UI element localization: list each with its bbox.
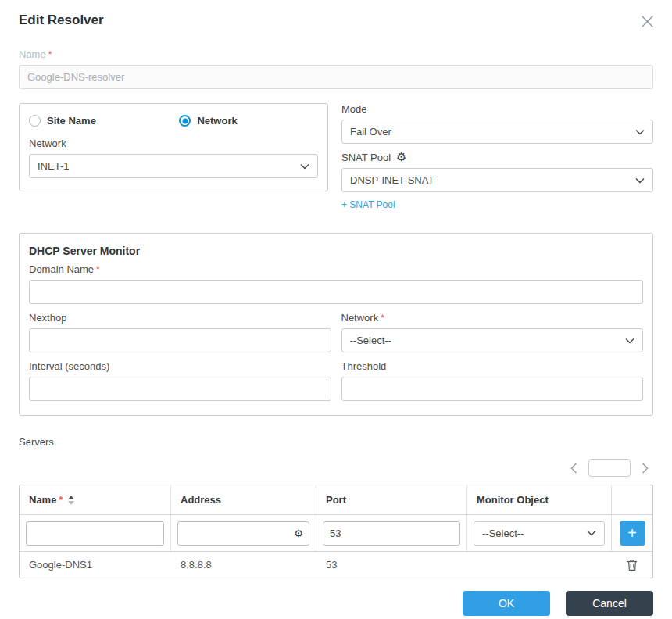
interval-input[interactable] [29,377,331,401]
edit-resolver-dialog: Edit Resolver Name* Site Name Network Ne… [0,0,672,616]
close-icon[interactable] [638,13,656,33]
chevron-down-icon [625,338,634,344]
nexthop-field: Nexthop [29,312,331,352]
ok-button[interactable]: OK [463,591,550,616]
add-server-button[interactable]: + [620,521,645,546]
snat-pool-label: SNAT Pool [341,152,391,163]
pager-page-input[interactable] [588,459,631,477]
filter-address-input[interactable] [177,521,309,546]
column-header-name[interactable]: Name* [20,485,171,514]
required-asterisk: * [48,49,52,60]
pager-next-icon[interactable] [637,461,653,475]
mode-select-value: Fail Over [350,126,391,138]
chevron-down-icon [635,129,645,135]
dhcp-server-monitor-panel: DHCP Server Monitor Domain Name* Nexthop… [19,233,653,416]
threshold-field: Threshold [341,360,644,401]
required-asterisk: * [381,313,384,324]
name-label: Name* [19,48,653,60]
chevron-down-icon [635,177,645,184]
table-header-row: Name* Address Port Monitor Object [20,485,652,515]
filter-cell-name [20,515,171,551]
add-snat-pool-link[interactable]: + SNAT Pool [341,199,395,210]
table-filter-row: ⚙ --Select-- + [20,515,652,552]
target-panel: Site Name Network Network INET-1 [19,103,328,191]
threshold-label: Threshold [341,360,644,372]
dhcp-panel-title: DHCP Server Monitor [29,245,643,257]
target-mode-row: Site Name Network Network INET-1 Mode Fa… [19,103,653,211]
mode-label: Mode [341,103,653,115]
server-port-cell: 53 [316,552,467,578]
dhcp-network-field: Network* --Select-- [341,312,644,352]
column-header-monitor-object: Monitor Object [467,485,612,514]
filter-cell-address: ⚙ [171,515,316,551]
snat-pool-label-row: SNAT Pool ⚙ [341,152,653,163]
interval-label: Interval (seconds) [29,360,331,372]
sort-icon[interactable] [68,496,74,505]
interval-field: Interval (seconds) [29,360,331,401]
filter-cell-monitor: --Select-- [467,515,612,551]
name-field: Name* [19,48,653,89]
column-header-name-text: Name [29,494,56,506]
snat-pool-select-value: DNSP-INET-SNAT [350,174,434,186]
network-radio-label: Network [197,115,237,127]
dhcp-fields-grid: Nexthop Network* --Select-- Interval (se… [29,304,643,401]
filter-cell-port [316,515,467,551]
servers-section-label: Servers [19,436,653,448]
mode-snat-column: Mode Fail Over SNAT Pool ⚙ DNSP-INET-SNA… [341,103,653,211]
site-name-radio-label: Site Name [47,115,96,127]
dhcp-network-select[interactable]: --Select-- [341,328,644,352]
gear-icon[interactable]: ⚙ [294,528,303,538]
nexthop-input[interactable] [29,328,331,352]
filter-monitor-select[interactable]: --Select-- [474,521,605,546]
dialog-header: Edit Resolver [19,13,653,33]
chevron-down-icon [300,163,309,170]
name-label-text: Name [19,48,46,60]
filter-cell-actions: + [612,515,652,551]
network-label: Network [29,138,318,149]
server-actions-cell [612,552,652,578]
dhcp-network-select-value: --Select-- [350,335,391,346]
filter-port-input[interactable] [323,521,460,546]
column-header-port: Port [316,485,467,514]
required-asterisk: * [96,264,100,275]
server-address-cell: 8.8.8.8 [171,552,316,578]
radio-selected-icon [179,115,191,127]
dhcp-network-label-text: Network [341,312,379,324]
network-radio[interactable]: Network [179,115,237,127]
threshold-input[interactable] [341,377,644,401]
chevron-down-icon [587,530,596,536]
gear-icon[interactable]: ⚙ [396,152,406,163]
delete-row-icon[interactable] [627,559,638,571]
snat-pool-select[interactable]: DNSP-INET-SNAT [341,168,653,192]
target-radio-group: Site Name Network [29,115,318,127]
site-name-radio[interactable]: Site Name [29,115,179,127]
nexthop-label: Nexthop [29,312,331,324]
servers-table: Name* Address Port Monitor Object ⚙ [19,485,653,578]
column-header-actions [612,485,652,514]
mode-select[interactable]: Fail Over [341,120,653,144]
table-pager [19,459,653,477]
pager-prev-icon[interactable] [566,461,582,475]
table-row[interactable]: Google-DNS1 8.8.8.8 53 [20,552,652,578]
domain-name-label-text: Domain Name [29,263,94,275]
name-input [19,65,653,89]
cancel-button[interactable]: Cancel [566,591,653,616]
server-name-cell: Google-DNS1 [20,552,171,578]
radio-unselected-icon [29,115,41,127]
column-header-address: Address [171,485,316,514]
filter-name-input[interactable] [26,521,164,546]
domain-name-input[interactable] [29,280,643,304]
dialog-title: Edit Resolver [19,13,104,28]
required-asterisk: * [59,495,63,506]
dialog-footer: OK Cancel [19,591,653,616]
dhcp-network-label: Network* [341,312,644,324]
network-select-value: INET-1 [38,160,69,172]
server-monitor-cell [467,552,612,578]
network-select[interactable]: INET-1 [29,154,318,178]
domain-name-label: Domain Name* [29,263,643,275]
filter-monitor-select-value: --Select-- [482,528,524,539]
